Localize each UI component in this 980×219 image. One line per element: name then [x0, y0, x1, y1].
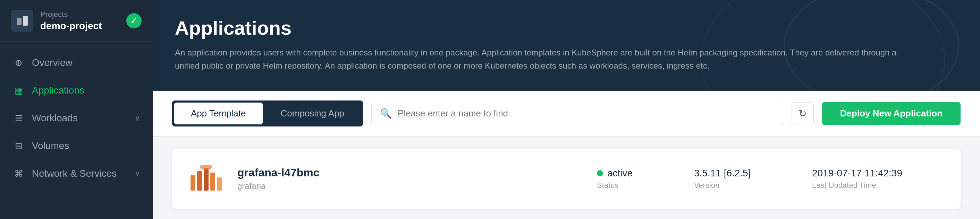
last-updated-label: Last Updated Time [812, 181, 944, 190]
app-name: grafana-l47bmc [237, 166, 583, 179]
refresh-button[interactable]: ↻ [792, 102, 814, 124]
app-time-group: 2019-07-17 11:42:39 Last Updated Time [812, 168, 944, 190]
network-icon: ⌘ [13, 167, 25, 180]
sidebar-item-network-services[interactable]: ⌘ Network & Services ∨ [0, 160, 153, 187]
svg-rect-2 [191, 175, 196, 190]
applications-list: grafana-l47bmc grafana active Status 3.5… [153, 136, 980, 219]
volumes-icon: ⊟ [13, 140, 25, 152]
projects-label: Projects [40, 10, 119, 19]
applications-icon: ▦ [13, 84, 25, 97]
sidebar-item-workloads[interactable]: ☰ Workloads ∨ [0, 104, 153, 132]
sidebar-item-overview[interactable]: ⊕ Overview [0, 49, 153, 76]
svg-rect-6 [217, 178, 222, 190]
svg-rect-0 [17, 18, 22, 25]
tab-group: App Template Composing App [172, 100, 363, 127]
tab-app-template[interactable]: App Template [174, 103, 263, 124]
table-row[interactable]: grafana-l47bmc grafana active Status 3.5… [172, 149, 961, 209]
last-updated-value: 2019-07-17 11:42:39 [812, 168, 944, 179]
svg-rect-1 [23, 16, 28, 25]
app-icon [189, 162, 223, 196]
sidebar-logo [11, 10, 33, 32]
status-row: active [597, 168, 633, 179]
sidebar-project-info: Projects demo-project [40, 10, 119, 32]
sidebar-nav: ⊕ Overview ▦ Applications ☰ Workloads ∨ … [0, 42, 153, 219]
workloads-icon: ☰ [13, 112, 25, 124]
search-box: 🔍 [371, 102, 783, 125]
sidebar-item-applications-label: Applications [32, 85, 140, 96]
sidebar-header: Projects demo-project ✓ [0, 0, 153, 42]
sidebar-item-applications[interactable]: ▦ Applications [0, 76, 153, 104]
sidebar: Projects demo-project ✓ ⊕ Overview ▦ App… [0, 0, 153, 219]
page-title: Applications [175, 17, 958, 39]
page-description: An application provides users with compl… [175, 46, 904, 73]
workloads-chevron-icon: ∨ [135, 114, 140, 123]
sidebar-item-volumes-label: Volumes [32, 140, 140, 151]
sidebar-item-volumes[interactable]: ⊟ Volumes [0, 132, 153, 160]
overview-icon: ⊕ [13, 57, 25, 69]
applications-banner: Applications An application provides use… [153, 0, 980, 91]
svg-rect-3 [197, 171, 202, 190]
toolbar: App Template Composing App 🔍 ↻ Deploy Ne… [153, 91, 980, 136]
app-type: grafana [237, 181, 583, 191]
status-label: Status [597, 181, 619, 190]
svg-point-7 [200, 165, 212, 170]
version-value: 3.5.11 [6.2.5] [694, 168, 798, 179]
tab-composing-app[interactable]: Composing App [264, 103, 361, 124]
network-chevron-icon: ∨ [135, 169, 140, 178]
deploy-new-application-button[interactable]: Deploy New Application [822, 102, 961, 125]
svg-rect-5 [210, 173, 215, 190]
status-dot-icon [597, 170, 603, 176]
app-info: grafana-l47bmc grafana [237, 166, 583, 191]
search-icon: 🔍 [380, 108, 392, 119]
sidebar-item-workloads-label: Workloads [32, 113, 128, 124]
status-value: active [607, 168, 633, 179]
project-check-icon: ✓ [126, 13, 142, 29]
app-status-group: active Status [597, 168, 680, 190]
svg-rect-4 [204, 168, 208, 190]
main-content: Applications An application provides use… [153, 0, 980, 219]
sidebar-item-overview-label: Overview [32, 57, 140, 68]
project-name: demo-project [40, 21, 119, 32]
version-label: Version [694, 181, 798, 190]
search-input[interactable] [398, 108, 775, 119]
sidebar-item-network-services-label: Network & Services [32, 168, 128, 179]
app-version-group: 3.5.11 [6.2.5] Version [694, 168, 798, 190]
